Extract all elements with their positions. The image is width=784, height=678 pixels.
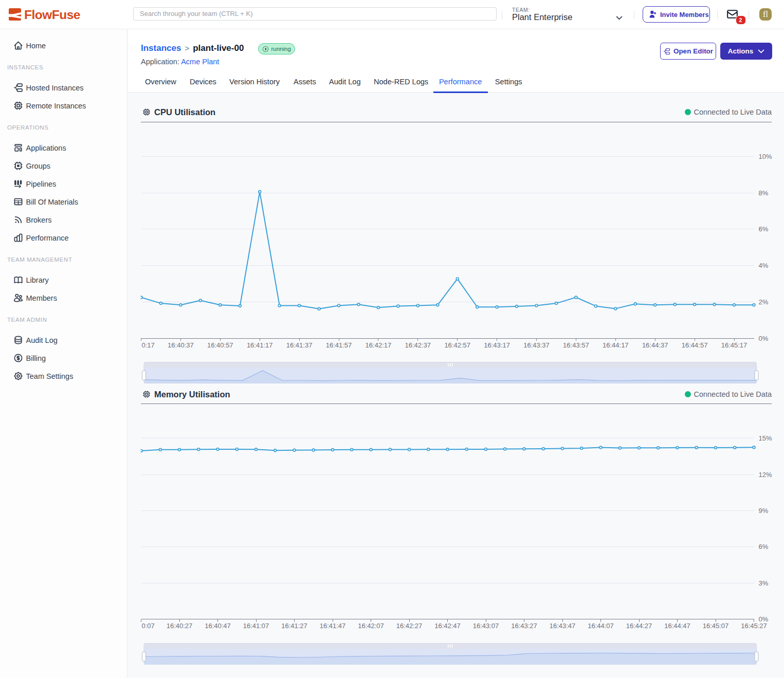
svg-text:10%: 10%: [759, 153, 772, 160]
svg-text:16:40:27: 16:40:27: [167, 622, 193, 630]
svg-text:16:45:07: 16:45:07: [703, 622, 729, 630]
svg-text:16:44:17: 16:44:17: [603, 341, 629, 349]
svg-text:16:42:07: 16:42:07: [358, 622, 384, 630]
svg-text:9%: 9%: [759, 507, 769, 515]
svg-text:16:40:57: 16:40:57: [207, 341, 233, 349]
svg-text:16:43:27: 16:43:27: [511, 622, 537, 630]
svg-text:16:43:17: 16:43:17: [484, 341, 510, 349]
svg-text:16:41:07: 16:41:07: [243, 622, 269, 630]
svg-text:4%: 4%: [759, 262, 769, 269]
svg-text:16:43:07: 16:43:07: [473, 622, 499, 630]
svg-text:16:41:47: 16:41:47: [320, 622, 346, 630]
svg-text:16:42:57: 16:42:57: [444, 341, 470, 349]
svg-text:16:45:27: 16:45:27: [741, 622, 767, 630]
svg-text:16:44:37: 16:44:37: [642, 341, 668, 349]
svg-text:16:43:37: 16:43:37: [523, 341, 550, 349]
svg-text:16:41:17: 16:41:17: [247, 341, 273, 349]
svg-text:16:41:27: 16:41:27: [281, 622, 307, 630]
svg-text:16:44:47: 16:44:47: [664, 622, 690, 630]
svg-text:16:41:57: 16:41:57: [326, 341, 352, 349]
svg-text:16:42:27: 16:42:27: [396, 622, 423, 630]
svg-text:0%: 0%: [759, 335, 769, 342]
svg-text:12%: 12%: [759, 471, 772, 479]
svg-text:16:45:17: 16:45:17: [721, 341, 747, 349]
svg-text:16:42:17: 16:42:17: [366, 341, 392, 349]
svg-text:16:44:27: 16:44:27: [626, 622, 652, 630]
svg-text:16:41:37: 16:41:37: [286, 341, 313, 349]
svg-text:16:44:57: 16:44:57: [682, 341, 708, 349]
svg-text:16:40:37: 16:40:37: [168, 341, 194, 349]
svg-text:2%: 2%: [759, 298, 769, 306]
svg-text:16:43:47: 16:43:47: [550, 622, 576, 630]
svg-text:8%: 8%: [759, 189, 769, 197]
svg-text:0:07: 0:07: [142, 622, 155, 630]
svg-text:3%: 3%: [759, 579, 769, 587]
svg-text:16:42:47: 16:42:47: [434, 622, 461, 630]
svg-text:0:17: 0:17: [142, 341, 155, 349]
svg-text:16:43:57: 16:43:57: [563, 341, 589, 349]
svg-text:16:40:47: 16:40:47: [205, 622, 231, 630]
svg-text:6%: 6%: [759, 543, 769, 551]
svg-text:15%: 15%: [759, 434, 772, 442]
svg-text:6%: 6%: [759, 225, 769, 233]
svg-text:16:42:37: 16:42:37: [405, 341, 431, 349]
svg-text:16:44:07: 16:44:07: [588, 622, 614, 630]
